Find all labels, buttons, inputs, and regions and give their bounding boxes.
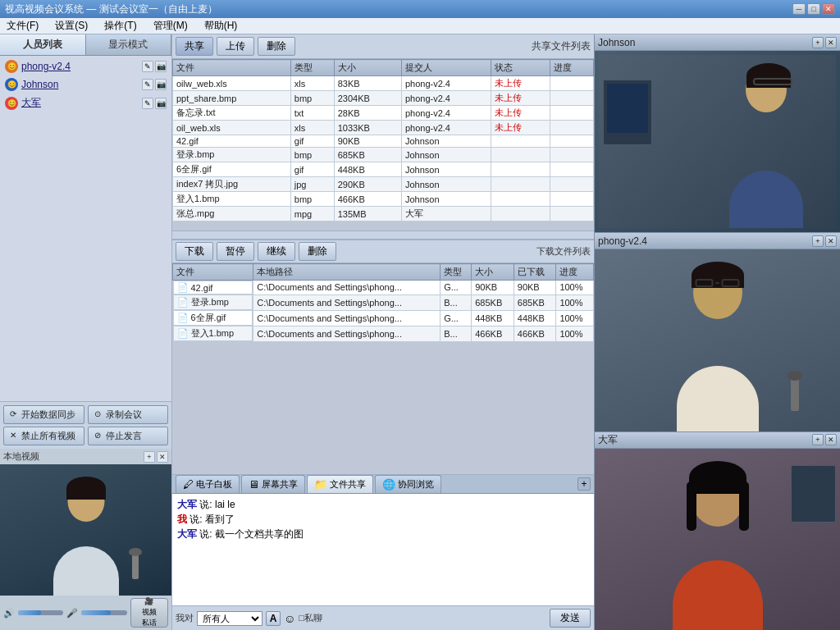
menu-help[interactable]: 帮助(H) bbox=[201, 19, 241, 33]
camera-icon[interactable]: 📷 bbox=[155, 98, 167, 109]
text-format-button[interactable]: A bbox=[266, 611, 281, 626]
file-size: 448KB bbox=[334, 162, 401, 177]
msg-text: 说: 截一个文档共享的图 bbox=[199, 528, 304, 540]
chat-tab-add[interactable]: + bbox=[578, 477, 591, 491]
video-title-name: Johnson bbox=[598, 37, 635, 48]
record-button[interactable]: ⊙ 录制会议 bbox=[88, 405, 169, 424]
table-row[interactable]: 登录.bmp bmp 685KB Johnson bbox=[173, 148, 594, 162]
dl-file-path: C:\Documents and Settings\phong... bbox=[253, 294, 441, 310]
tab-file-share[interactable]: 📁 文件共享 bbox=[307, 475, 373, 493]
col-submitter: 提交人 bbox=[401, 60, 491, 76]
chat-messages: 大军 说: lai le 我 说: 看到了 大军 说: 截一个文档共享的图 bbox=[172, 494, 594, 605]
dl-pause-button[interactable]: 暂停 bbox=[217, 242, 254, 261]
close-video-icon[interactable]: ✕ bbox=[825, 37, 837, 48]
dl-file-size: 685KB bbox=[472, 294, 514, 310]
add-video-icon[interactable]: + bbox=[812, 37, 824, 48]
maximize-button[interactable]: □ bbox=[807, 3, 820, 15]
volume-fill-speaker bbox=[18, 610, 41, 615]
video-bg-dajun bbox=[595, 449, 840, 630]
person-action-icons: ✎ 📷 bbox=[142, 61, 167, 72]
file-name: oilw_web.xls bbox=[173, 76, 291, 91]
volume-slider-mic[interactable] bbox=[81, 610, 126, 615]
file-type: txt bbox=[290, 106, 334, 121]
menu-settings[interactable]: 设置(S) bbox=[52, 19, 91, 33]
tab-screen-share[interactable]: 🖥 屏幕共享 bbox=[241, 475, 305, 493]
table-row[interactable]: 张总.mpg mpg 135MB 大军 bbox=[173, 207, 594, 221]
dl-file-downloaded: 466KB bbox=[514, 326, 556, 341]
minimize-button[interactable]: ─ bbox=[792, 3, 806, 15]
list-item[interactable]: 😊 phong-v2.4 ✎ 📷 bbox=[2, 57, 170, 75]
table-row[interactable]: oil_web.xls xls 1033KB phong-v2.4 未上传 bbox=[173, 121, 594, 135]
dl-col-downloaded: 已下载 bbox=[514, 264, 556, 281]
dl-col-size: 大小 bbox=[472, 264, 514, 281]
send-button[interactable]: 发送 bbox=[550, 609, 591, 628]
menu-bar: 文件(F) 设置(S) 操作(T) 管理(M) 帮助(H) bbox=[0, 18, 840, 34]
table-row[interactable]: 登入1.bmp bmp 466KB Johnson bbox=[173, 192, 594, 207]
file-type: xls bbox=[290, 76, 334, 91]
start-sync-button[interactable]: ⟳ 开始数据同步 bbox=[3, 405, 84, 424]
table-row[interactable]: oilw_web.xls xls 83KB phong-v2.4 未上传 bbox=[173, 76, 594, 91]
dl-col-progress: 进度 bbox=[556, 264, 594, 281]
list-item[interactable]: 😊 Johnson ✎ 📷 bbox=[2, 75, 170, 94]
list-item[interactable]: 😊 大军 ✎ 📷 bbox=[2, 94, 170, 112]
dl-delete-button[interactable]: 删除 bbox=[299, 242, 336, 261]
menu-file[interactable]: 文件(F) bbox=[3, 19, 42, 33]
local-video-icon-1[interactable]: + bbox=[144, 451, 155, 463]
table-row[interactable]: ppt_share.bmp bmp 2304KB phong-v2.4 未上传 bbox=[173, 91, 594, 106]
edit-icon[interactable]: ✎ bbox=[142, 79, 153, 90]
dl-col-type: 类型 bbox=[441, 264, 472, 281]
disable-video-button[interactable]: ✕ 禁止所有视频 bbox=[3, 427, 84, 445]
add-video-icon[interactable]: + bbox=[812, 235, 824, 247]
add-video-icon[interactable]: + bbox=[812, 434, 824, 445]
table-row[interactable]: 📄42.gif C:\Documents and Settings\phong.… bbox=[173, 281, 594, 295]
tab-people-list[interactable]: 人员列表 bbox=[0, 34, 86, 55]
local-video-icon-2[interactable]: ✕ bbox=[157, 451, 168, 463]
file-type: bmp bbox=[290, 148, 334, 162]
edit-icon[interactable]: ✎ bbox=[142, 98, 153, 109]
menu-manage[interactable]: 管理(M) bbox=[150, 19, 191, 33]
dl-download-button[interactable]: 下载 bbox=[176, 242, 213, 261]
disable-icon: ✕ bbox=[7, 431, 19, 442]
video-private-button[interactable]: 🎥 视频 私话 bbox=[130, 598, 168, 628]
table-row[interactable]: index7 拷贝.jpg jpg 290KB Johnson bbox=[173, 177, 594, 192]
speaker-icon: 🔊 bbox=[3, 608, 15, 619]
file-status: 未上传 bbox=[491, 76, 550, 91]
close-video-icon[interactable]: ✕ bbox=[825, 434, 837, 445]
upload-table-container[interactable]: 文件 类型 大小 提交人 状态 进度 oilw_web.xls xls 83KB… bbox=[172, 59, 594, 231]
file-status: 未上传 bbox=[491, 121, 550, 135]
share-button[interactable]: 共享 bbox=[176, 37, 213, 56]
close-button[interactable]: ✕ bbox=[822, 3, 835, 15]
table-row[interactable]: 备忘录.txt txt 28KB phong-v2.4 未上传 bbox=[173, 106, 594, 121]
camera-icon[interactable]: 📷 bbox=[155, 61, 167, 72]
whiteboard-icon: 🖊 bbox=[183, 478, 194, 491]
edit-icon[interactable]: ✎ bbox=[142, 61, 153, 72]
msg-text: 说: 看到了 bbox=[189, 514, 235, 525]
file-status: 未上传 bbox=[491, 106, 550, 121]
close-video-icon[interactable]: ✕ bbox=[825, 235, 837, 247]
tab-display-mode[interactable]: 显示模式 bbox=[86, 34, 172, 55]
menu-operations[interactable]: 操作(T) bbox=[101, 19, 139, 33]
chat-to-select[interactable]: 所有人Johnsonphong-v2.4大军 bbox=[197, 611, 262, 626]
dl-file-downloaded: 685KB bbox=[514, 294, 556, 310]
file-progress bbox=[550, 106, 594, 121]
stop-speech-button[interactable]: ⊘ 停止发言 bbox=[88, 427, 169, 445]
table-row[interactable]: 📄登入1.bmp C:\Documents and Settings\phong… bbox=[173, 326, 594, 341]
table-row[interactable]: 42.gif gif 90KB Johnson bbox=[173, 135, 594, 148]
file-progress bbox=[550, 91, 594, 106]
volume-slider-speaker[interactable] bbox=[18, 610, 63, 615]
dl-file-size: 448KB bbox=[472, 310, 514, 326]
emoji-button[interactable]: ☺ bbox=[284, 612, 295, 625]
dl-resume-button[interactable]: 继续 bbox=[258, 242, 295, 261]
upload-button[interactable]: 上传 bbox=[217, 37, 254, 56]
file-size: 1033KB bbox=[334, 121, 401, 135]
tab-whiteboard[interactable]: 🖊 电子白板 bbox=[176, 475, 240, 493]
horizontal-scrollbar[interactable] bbox=[172, 231, 594, 239]
delete-button[interactable]: 删除 bbox=[258, 37, 295, 56]
table-row[interactable]: 📄6全屏.gif C:\Documents and Settings\phong… bbox=[173, 310, 594, 326]
file-type: gif bbox=[290, 135, 334, 148]
table-row[interactable]: 📄登录.bmp C:\Documents and Settings\phong.… bbox=[173, 294, 594, 310]
tab-collab-browse[interactable]: 🌐 协同浏览 bbox=[375, 475, 441, 493]
camera-icon[interactable]: 📷 bbox=[155, 79, 167, 90]
table-row[interactable]: 6全屏.gif gif 448KB Johnson bbox=[173, 162, 594, 177]
download-table-container[interactable]: 文件 本地路径 类型 大小 已下载 进度 📄42.gif C:\Document… bbox=[172, 263, 594, 378]
